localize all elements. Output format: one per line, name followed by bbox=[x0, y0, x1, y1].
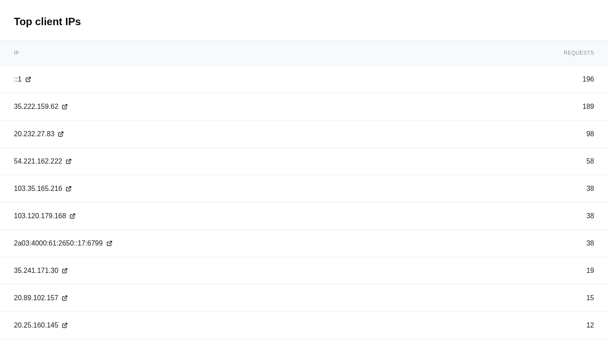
svg-line-2 bbox=[60, 132, 63, 134]
table-row: ::1196 bbox=[0, 66, 608, 93]
page-title: Top client IPs bbox=[0, 0, 608, 40]
ip-cell: 54.221.162.222 bbox=[14, 157, 72, 165]
external-link-icon[interactable] bbox=[62, 104, 68, 110]
svg-line-6 bbox=[109, 241, 111, 244]
requests-count: 15 bbox=[586, 294, 594, 302]
svg-line-3 bbox=[68, 159, 71, 162]
svg-line-4 bbox=[68, 187, 71, 189]
table-row: 20.232.27.8398 bbox=[0, 121, 608, 148]
ip-address: 20.25.160.145 bbox=[14, 321, 58, 329]
table-row: 103.35.165.21638 bbox=[0, 175, 608, 203]
ip-cell: 20.25.160.145 bbox=[14, 321, 68, 329]
ip-address: 20.89.102.157 bbox=[14, 294, 58, 302]
ip-address: 54.221.162.222 bbox=[14, 157, 62, 165]
requests-count: 38 bbox=[586, 185, 594, 193]
table-row: 2a03:4000:61:2650::17:679938 bbox=[0, 230, 608, 257]
column-header-requests: REQUESTS bbox=[564, 50, 594, 56]
requests-count: 196 bbox=[582, 75, 594, 83]
table-row: 20.25.160.14512 bbox=[0, 312, 608, 339]
ip-address: ::1 bbox=[14, 75, 22, 83]
external-link-icon[interactable] bbox=[62, 268, 68, 274]
ip-address: 35.241.171.30 bbox=[14, 267, 58, 275]
ip-address: 103.120.179.168 bbox=[14, 212, 66, 220]
ip-cell: 20.89.102.157 bbox=[14, 294, 68, 302]
table-body: ::119635.222.159.6218920.232.27.839854.2… bbox=[0, 66, 608, 339]
requests-count: 98 bbox=[586, 130, 594, 138]
svg-line-7 bbox=[64, 269, 67, 271]
table-row: 103.120.179.16838 bbox=[0, 203, 608, 230]
external-link-icon[interactable] bbox=[62, 322, 68, 328]
ip-cell: 103.120.179.168 bbox=[14, 212, 76, 220]
table-row: 54.221.162.22258 bbox=[0, 148, 608, 175]
table-row: 35.241.171.3019 bbox=[0, 257, 608, 285]
requests-count: 38 bbox=[586, 239, 594, 247]
top-client-ips-panel: Top client IPs IP REQUESTS ::119635.222.… bbox=[0, 0, 608, 339]
ip-cell: ::1 bbox=[14, 75, 31, 83]
ip-cell: 2a03:4000:61:2650::17:6799 bbox=[14, 239, 112, 247]
table-row: 35.222.159.62189 bbox=[0, 93, 608, 121]
table-row: 20.89.102.15715 bbox=[0, 285, 608, 312]
external-link-icon[interactable] bbox=[69, 213, 76, 219]
table-header: IP REQUESTS bbox=[0, 40, 608, 66]
requests-count: 58 bbox=[586, 157, 594, 165]
svg-line-5 bbox=[72, 214, 75, 216]
external-link-icon[interactable] bbox=[62, 295, 68, 301]
external-link-icon[interactable] bbox=[25, 76, 31, 82]
external-link-icon[interactable] bbox=[66, 186, 72, 192]
external-link-icon[interactable] bbox=[58, 131, 64, 137]
svg-line-1 bbox=[64, 105, 67, 107]
column-header-ip: IP bbox=[14, 50, 19, 56]
svg-line-9 bbox=[64, 323, 67, 326]
ip-address: 35.222.159.62 bbox=[14, 103, 58, 111]
svg-line-8 bbox=[64, 296, 67, 298]
ip-cell: 20.232.27.83 bbox=[14, 130, 64, 138]
external-link-icon[interactable] bbox=[66, 158, 72, 164]
ip-address: 2a03:4000:61:2650::17:6799 bbox=[14, 239, 103, 247]
requests-count: 19 bbox=[586, 267, 594, 275]
ip-cell: 103.35.165.216 bbox=[14, 185, 72, 193]
ip-address: 103.35.165.216 bbox=[14, 185, 62, 193]
ip-address: 20.232.27.83 bbox=[14, 130, 54, 138]
external-link-icon[interactable] bbox=[106, 240, 112, 246]
ip-cell: 35.222.159.62 bbox=[14, 103, 68, 111]
requests-count: 12 bbox=[586, 321, 594, 329]
requests-count: 189 bbox=[582, 103, 594, 111]
svg-line-0 bbox=[28, 77, 30, 80]
ip-cell: 35.241.171.30 bbox=[14, 267, 68, 275]
requests-count: 38 bbox=[586, 212, 594, 220]
